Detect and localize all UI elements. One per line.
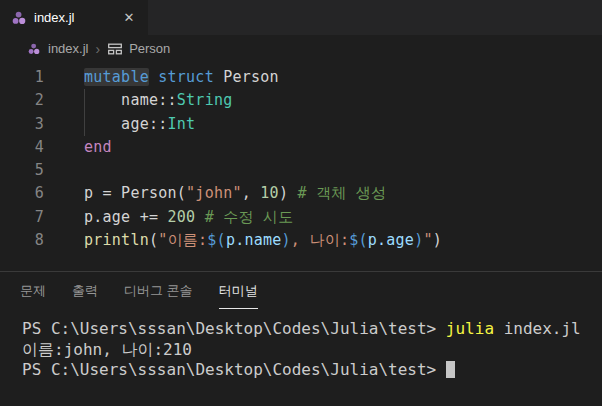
code-text: end: [84, 136, 112, 159]
close-icon[interactable]: ✕: [120, 9, 138, 27]
julia-file-icon: [11, 10, 27, 26]
code-token: (: [149, 231, 158, 249]
code-token: 200: [168, 208, 196, 226]
code-line[interactable]: 8println("이름:$(p.name), 나이:$(p.age)"): [0, 229, 602, 252]
breadcrumb: index.jl › Person: [0, 35, 602, 62]
code-line[interactable]: 3 age::Int: [0, 113, 602, 136]
code-token: println: [84, 231, 149, 249]
code-token: ": [423, 231, 432, 249]
code-token: PS C:\Users\sssan\Desktop\Codes\Julia\te…: [22, 360, 446, 379]
code-token: [149, 68, 158, 86]
chevron-right-icon: ›: [94, 41, 101, 57]
code-text: p.age += 200 # 수정 시도: [84, 206, 294, 229]
tab-index-jl[interactable]: index.jl ✕: [0, 0, 148, 35]
panel-tab-inactive[interactable]: 문제: [20, 272, 46, 309]
code-line[interactable]: 2 name::String: [0, 89, 602, 112]
code-token: ): [279, 184, 298, 202]
breadcrumb-file[interactable]: index.jl: [48, 41, 88, 56]
line-number: 4: [0, 136, 44, 159]
code-token: 이름:john, 나이:210: [22, 340, 192, 359]
terminal[interactable]: PS C:\Users\sssan\Desktop\Codes\Julia\te…: [0, 309, 602, 381]
code-token: index.jl: [494, 319, 581, 338]
code-token: p.age: [368, 231, 414, 249]
code-line[interactable]: 6p = Person("john", 10) # 객체 생성: [0, 182, 602, 205]
code-line[interactable]: 4end: [0, 136, 602, 159]
code-token: , 나이:: [291, 231, 349, 249]
panel-tab-inactive[interactable]: 디버그 콘솔: [124, 272, 193, 309]
code-line[interactable]: 7p.age += 200 # 수정 시도: [0, 206, 602, 229]
code-token: p = Person(: [84, 184, 186, 202]
line-number: 8: [0, 229, 44, 252]
code-token: mutable: [84, 68, 149, 86]
code-token: ): [433, 231, 442, 249]
code-line[interactable]: 5: [0, 159, 602, 182]
code-token: "이름:: [158, 231, 207, 249]
line-number: 6: [0, 182, 44, 205]
terminal-line: PS C:\Users\sssan\Desktop\Codes\Julia\te…: [22, 360, 602, 381]
julia-file-icon: [27, 42, 41, 56]
code-token: 10: [260, 184, 279, 202]
code-token: [195, 208, 204, 226]
line-number: 1: [0, 66, 44, 89]
terminal-line: PS C:\Users\sssan\Desktop\Codes\Julia\te…: [22, 319, 602, 340]
code-token: $(: [349, 231, 368, 249]
code-token: $(: [207, 231, 226, 249]
symbol-structure-icon: [107, 41, 123, 57]
line-number: 3: [0, 113, 44, 136]
line-number: 5: [0, 159, 44, 182]
code-token: p.name: [226, 231, 282, 249]
code-text: println("이름:$(p.name), 나이:$(p.age)"): [84, 229, 442, 252]
code-token: age::: [84, 115, 168, 133]
panel-tab-active[interactable]: 터미널: [219, 272, 258, 309]
line-number: 2: [0, 89, 44, 112]
code-editor[interactable]: 1mutable struct Person2 name::String3 ag…: [0, 62, 602, 271]
code-token: PS C:\Users\sssan\Desktop\Codes\Julia\te…: [22, 319, 446, 338]
code-text: age::Int: [84, 113, 195, 136]
bottom-panel: 문제출력디버그 콘솔터미널 PS C:\Users\sssan\Desktop\…: [0, 271, 602, 406]
code-line[interactable]: 1mutable struct Person: [0, 66, 602, 89]
line-number: 7: [0, 206, 44, 229]
code-token: p.age +=: [84, 208, 168, 226]
code-token: ,: [242, 184, 261, 202]
code-token: Int: [168, 115, 196, 133]
tab-label: index.jl: [34, 10, 74, 25]
code-token: String: [177, 91, 233, 109]
code-token: Person: [214, 68, 279, 86]
code-token: "john": [186, 184, 242, 202]
panel-tab-inactive[interactable]: 출력: [72, 272, 98, 309]
terminal-cursor: [446, 361, 456, 378]
code-text: p = Person("john", 10) # 객체 생성: [84, 182, 386, 205]
code-token: ): [282, 231, 291, 249]
code-text: name::String: [84, 89, 233, 112]
code-token: end: [84, 138, 112, 156]
panel-tab-bar: 문제출력디버그 콘솔터미널: [0, 272, 602, 309]
code-text: mutable struct Person: [84, 66, 279, 89]
breadcrumb-symbol[interactable]: Person: [129, 41, 170, 56]
terminal-line: 이름:john, 나이:210: [22, 340, 602, 361]
code-token: struct: [158, 68, 214, 86]
code-token: # 객체 생성: [297, 184, 386, 202]
code-token: julia: [446, 319, 494, 338]
code-token: # 수정 시도: [205, 208, 294, 226]
code-token: name::: [84, 91, 177, 109]
editor-tab-bar: index.jl ✕: [0, 0, 602, 35]
